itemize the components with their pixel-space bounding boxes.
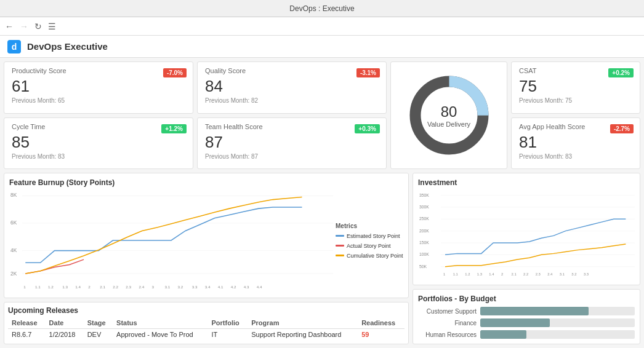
actual-color [336,245,344,247]
csat-card: CSAT 75 Previous Month: 75 +0.2% [511,61,640,114]
portfolio-bar-bg-2 [480,330,635,339]
portfolio-item-1: Finance [418,318,635,327]
quality-prev: Previous Month: 82 [205,97,379,104]
cycletime-label: Cycle Time [12,123,185,130]
donut-value: 80 [427,103,470,121]
svg-text:1.4: 1.4 [489,272,494,276]
svg-text:4.3: 4.3 [244,285,249,289]
burnup-title: Feature Burnup (Story Points) [9,178,403,187]
quality-value: 84 [205,77,379,96]
teamhealth-label: Team Health Score [205,123,379,130]
kpi-row: Productivity Score 61 Previous Month: 65… [4,61,640,169]
svg-text:1: 1 [23,285,26,289]
investment-chart-area: 350K 300K 250K 200K 150K 100K 50K [418,189,635,279]
menu-button[interactable]: ☰ [48,22,56,31]
releases-card: Upcoming Releases Release Date Stage Sta… [4,302,409,344]
svg-text:3.2: 3.2 [178,285,183,289]
svg-text:2K: 2K [10,271,17,277]
row-date: 1/2/2018 [46,329,84,341]
productivity-value: 61 [12,77,185,96]
nav-bar: ← → ↻ ☰ [0,17,644,36]
burnup-card: Feature Burnup (Story Points) 8K 6K 4K 2… [4,173,409,298]
estimated-color [336,235,344,237]
svg-text:1.2: 1.2 [465,272,470,276]
col-status: Status [113,317,207,329]
portfolio-bar-fill-1 [480,318,550,327]
col-stage: Stage [84,317,113,329]
svg-text:300K: 300K [419,205,429,209]
app-logo: d [7,40,21,53]
svg-text:2.2: 2.2 [523,272,528,276]
legend-estimated: Estimated Story Point [336,233,403,239]
svg-text:4.2: 4.2 [231,285,236,289]
cycletime-card: Cycle Time 85 Previous Month: 83 +1.2% [4,117,193,170]
portfolio-label-1: Finance [418,320,477,326]
main-content: Productivity Score 61 Previous Month: 65… [0,58,644,348]
svg-text:6K: 6K [10,219,17,226]
burnup-content: 8K 6K 4K 2K [9,189,403,291]
svg-text:1: 1 [443,272,445,276]
svg-text:4.4: 4.4 [257,285,262,289]
teamhealth-badge: +0.3% [355,124,380,133]
col-readiness: Readiness [358,317,405,329]
right-kpis: CSAT 75 Previous Month: 75 +0.2% Avg App… [511,61,640,169]
svg-text:3.2: 3.2 [571,272,576,276]
svg-text:2.3: 2.3 [126,285,131,289]
col-release: Release [8,317,46,329]
svg-text:2.4: 2.4 [547,272,553,276]
burnup-legend: Metrics Estimated Story Point Actual Sto… [336,189,403,291]
svg-text:8K: 8K [10,192,17,199]
portfolio-title: Portfolios - By Budget [418,295,635,303]
svg-text:2.2: 2.2 [113,285,118,289]
teamhealth-card: Team Health Score 87 Previous Month: 87 … [197,117,387,170]
teamhealth-value: 87 [205,133,379,152]
productivity-badge: -7.0% [163,68,187,77]
svg-text:250K: 250K [419,216,429,221]
svg-text:1.2: 1.2 [48,285,54,289]
portfolio-bar-fill-0 [480,307,589,315]
actual-label: Actual Story Point [347,243,391,249]
investment-card: Investment 350K 300K 250K 200K 150K 100K… [413,173,640,285]
productivity-card: Productivity Score 61 Previous Month: 65… [4,61,193,114]
refresh-button[interactable]: ↻ [34,22,42,31]
avgapp-value: 81 [519,133,632,152]
app-header: d DevOps Executive [0,36,644,58]
avgapp-card: Avg App Health Score 81 Previous Month: … [511,117,640,170]
svg-text:3: 3 [151,285,154,289]
portfolio-label-2: Human Resources [418,331,477,338]
svg-text:1.1: 1.1 [453,272,458,276]
svg-text:1.4: 1.4 [75,285,81,289]
svg-text:1.3: 1.3 [477,272,482,276]
cycletime-value: 85 [12,133,185,152]
investment-svg: 350K 300K 250K 200K 150K 100K 50K [418,189,635,279]
svg-text:2: 2 [501,272,503,276]
svg-text:1.3: 1.3 [62,285,68,289]
row-portfolio: IT [208,329,248,341]
quality-badge: -3.1% [356,68,380,77]
portfolio-label-0: Customer Support [418,308,477,315]
charts-row: Feature Burnup (Story Points) 8K 6K 4K 2… [4,173,640,344]
svg-text:2.4: 2.4 [139,285,144,289]
back-button[interactable]: ← [5,22,14,31]
window-titlebar: DevOps : Executive [0,0,644,17]
row-readiness: 59 [358,329,405,341]
app-name: DevOps Executive [27,41,108,52]
svg-text:100K: 100K [419,252,429,256]
svg-text:150K: 150K [419,240,429,245]
window-title: DevOps : Executive [289,4,354,13]
avgapp-prev: Previous Month: 83 [519,153,632,160]
svg-text:200K: 200K [419,229,429,233]
col-program: Program [248,317,358,329]
forward-button[interactable]: → [20,22,28,31]
burnup-svg: 8K 6K 4K 2K [9,189,333,291]
portfolio-item-0: Customer Support [418,307,635,315]
investment-title: Investment [418,178,635,187]
svg-text:1.1: 1.1 [35,285,41,289]
row-program: Support Reporting Dashboard [248,329,358,341]
burnup-chart-area: 8K 6K 4K 2K [9,189,333,291]
svg-text:350K: 350K [419,193,429,197]
svg-text:3.3: 3.3 [584,272,589,276]
releases-table: Release Date Stage Status Portfolio Prog… [8,317,405,340]
donut-card: 80 Value Delivery [390,61,507,169]
table-row: R8.6.7 1/2/2018 DEV Approved - Move To P… [8,329,405,341]
